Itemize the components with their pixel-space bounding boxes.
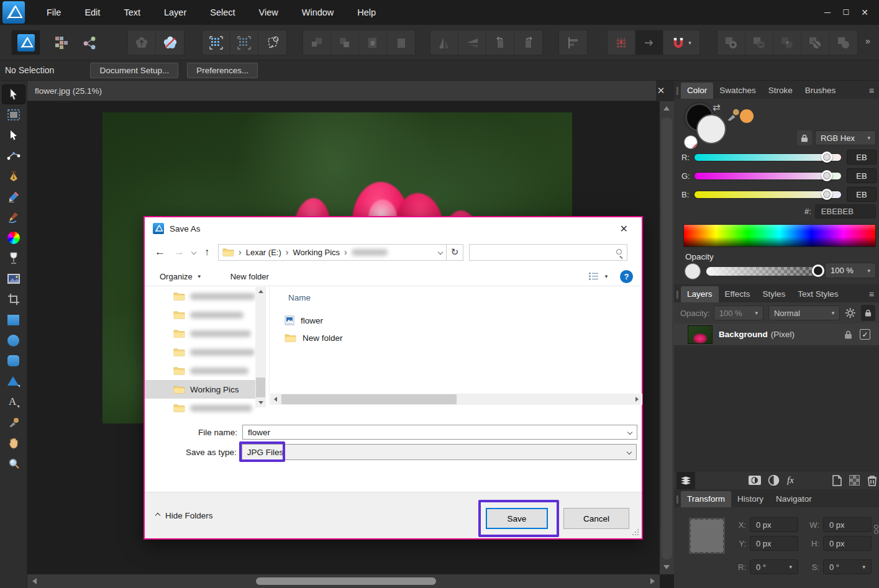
- mask-icon[interactable]: [748, 475, 762, 486]
- recent-locations-icon[interactable]: [191, 250, 196, 255]
- opacity-swatch[interactable]: [685, 263, 701, 279]
- green-value[interactable]: EB: [847, 168, 877, 183]
- breadcrumb-item-blurred[interactable]: [352, 249, 388, 256]
- green-slider-knob[interactable]: [821, 170, 832, 181]
- file-name-input[interactable]: flower: [242, 425, 637, 440]
- boolean-combine-icon-button[interactable]: [829, 30, 857, 55]
- document-setup-button[interactable]: Document Setup...: [90, 63, 178, 78]
- swap-colors-icon[interactable]: ⇄: [713, 102, 721, 113]
- rotation-select[interactable]: 0 °▾: [750, 559, 798, 574]
- layer-lock-icon[interactable]: [844, 330, 852, 339]
- canvas-vertical-scrollbar[interactable]: [660, 101, 674, 574]
- red-slider-knob[interactable]: [821, 152, 832, 163]
- crop-tool[interactable]: [2, 289, 25, 309]
- insert-behind-icon-button[interactable]: [303, 30, 331, 55]
- folder-tree-item-blurred[interactable]: [145, 287, 255, 305]
- scroll-right-icon[interactable]: [650, 578, 655, 584]
- chevron-down-icon[interactable]: ▼: [604, 274, 609, 279]
- alignment-icon-button[interactable]: [559, 30, 587, 55]
- new-layer-icon[interactable]: [832, 475, 842, 486]
- x-input[interactable]: 0 px: [750, 517, 798, 532]
- tab-color[interactable]: Color: [681, 83, 713, 99]
- new-folder-button[interactable]: New folder: [230, 272, 269, 281]
- color-picker-tool[interactable]: [2, 412, 25, 432]
- layer-thumbnail[interactable]: [688, 325, 713, 344]
- grid-dim-icon-button[interactable]: [230, 30, 258, 55]
- red-slider[interactable]: [694, 153, 842, 161]
- flower-slash-icon-button[interactable]: [156, 30, 184, 55]
- scroll-up-icon[interactable]: [258, 290, 263, 293]
- color-spectrum[interactable]: [683, 224, 876, 247]
- opacity-slider-knob[interactable]: [812, 265, 824, 277]
- trash-icon[interactable]: [867, 475, 877, 486]
- breadcrumb-item-drive[interactable]: Lexar (E:): [246, 248, 281, 257]
- column-header-name[interactable]: Name: [288, 293, 311, 302]
- y-input[interactable]: 0 px: [750, 536, 798, 551]
- artboard-tool[interactable]: [2, 105, 25, 125]
- link-dimensions-icon[interactable]: [874, 525, 878, 534]
- help-icon[interactable]: ?: [620, 270, 633, 283]
- layers-stack-button[interactable]: [676, 472, 695, 489]
- snapping-magnet-button[interactable]: ▾: [663, 30, 699, 55]
- flower-up-icon-button[interactable]: [128, 30, 156, 55]
- boolean-add-icon-button[interactable]: [717, 30, 745, 55]
- fill-tool[interactable]: [2, 228, 25, 248]
- designer-persona-button[interactable]: [12, 30, 40, 55]
- breadcrumb-item-folder[interactable]: Working Pics: [293, 248, 340, 257]
- up-icon[interactable]: ↑: [204, 247, 209, 258]
- ellipse-tool[interactable]: [2, 330, 25, 350]
- shape-tool[interactable]: [2, 371, 25, 391]
- boolean-divide-icon-button[interactable]: [801, 30, 829, 55]
- new-pixel-layer-icon[interactable]: [849, 475, 860, 486]
- organize-button[interactable]: Organize▼: [160, 272, 202, 281]
- panel-menu-icon[interactable]: ≡: [869, 289, 874, 299]
- forward-icon[interactable]: →: [174, 246, 184, 258]
- vector-brush-tool[interactable]: [2, 207, 25, 227]
- menu-edit[interactable]: Edit: [73, 0, 112, 25]
- scroll-up-icon[interactable]: [663, 106, 670, 111]
- tab-effects[interactable]: Effects: [719, 286, 757, 302]
- snap-grid-icon-button[interactable]: [608, 30, 635, 55]
- fx-icon[interactable]: fx: [787, 475, 794, 486]
- maximize-button[interactable]: ☐: [837, 3, 855, 22]
- menu-text[interactable]: Text: [112, 0, 152, 25]
- text-tool[interactable]: A: [2, 392, 25, 412]
- toolbar-overflow-icon[interactable]: »: [865, 36, 870, 46]
- tree-scroll-thumb[interactable]: [256, 378, 265, 397]
- insert-outside-icon-button[interactable]: [387, 30, 415, 55]
- tab-layers[interactable]: Layers: [681, 286, 719, 302]
- eyedropper-icon[interactable]: [726, 108, 740, 124]
- blend-mode-select[interactable]: Normal▾: [768, 305, 840, 320]
- panel-menu-icon[interactable]: ≡: [869, 86, 874, 96]
- panel-drag-handle[interactable]: [676, 495, 678, 504]
- rotate-cw-icon-button[interactable]: [514, 30, 542, 55]
- opacity-select[interactable]: 100 %▾: [825, 263, 876, 278]
- zoom-tool[interactable]: [2, 453, 25, 473]
- pen-tool[interactable]: [2, 166, 25, 186]
- scroll-down-icon[interactable]: [258, 401, 263, 404]
- lock-icon[interactable]: [797, 130, 812, 145]
- node-tool[interactable]: [2, 125, 25, 145]
- insert-on-top-icon-button[interactable]: [331, 30, 359, 55]
- export-persona-button[interactable]: [75, 30, 103, 55]
- pixel-persona-button[interactable]: [47, 30, 75, 55]
- folder-tree-item-blurred[interactable]: [145, 399, 255, 416]
- folder-tree-scrollbar[interactable]: [255, 287, 266, 407]
- dialog-close-icon[interactable]: ✕: [620, 223, 628, 235]
- fill-color-well[interactable]: [696, 114, 726, 144]
- lock-layer-button[interactable]: [861, 305, 875, 321]
- view-tool[interactable]: [2, 433, 25, 453]
- tab-swatches[interactable]: Swatches: [713, 83, 762, 99]
- blue-value[interactable]: EB: [847, 187, 877, 202]
- view-options-icon[interactable]: [588, 272, 599, 281]
- folder-tree-item-blurred[interactable]: [145, 305, 255, 324]
- tab-styles[interactable]: Styles: [757, 286, 792, 302]
- menu-window[interactable]: Window: [290, 0, 346, 25]
- horizontal-scroll-thumb[interactable]: [256, 577, 436, 585]
- hex-input[interactable]: EBEBEB: [815, 204, 876, 219]
- scroll-right-icon[interactable]: [635, 397, 639, 402]
- folder-tree-item-working-pics[interactable]: Working Pics: [145, 380, 255, 399]
- hscroll-thumb[interactable]: [281, 394, 457, 404]
- green-slider[interactable]: [694, 172, 842, 180]
- panel-drag-handle[interactable]: [676, 87, 678, 95]
